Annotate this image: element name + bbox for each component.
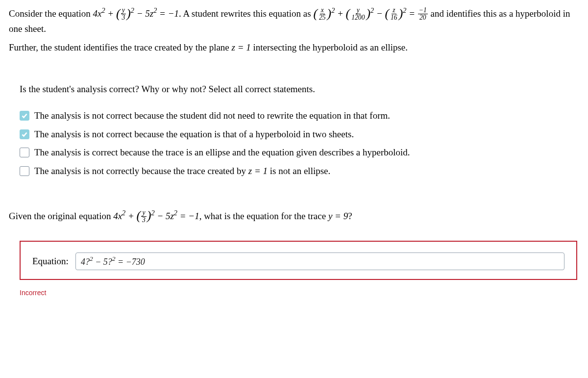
checkbox-icon[interactable]: [20, 148, 29, 157]
options-list: The analysis is not correct because the …: [20, 109, 579, 177]
input-value: 4?2 − 5?2 = −730: [81, 255, 145, 267]
text: , what is the equation for the trace: [199, 211, 328, 221]
plane-eq: z = 1: [232, 42, 251, 52]
text: Further, the student identifies the trac…: [9, 42, 232, 52]
checkbox-icon[interactable]: [20, 166, 29, 176]
text: Consider the equation: [9, 8, 93, 19]
checkmark-icon: [22, 131, 27, 137]
trace-cond: y = 9: [328, 211, 348, 221]
text: is not an ellipse.: [268, 166, 330, 176]
followup-question: Given the original equation 4x2 + (y3)2 …: [9, 208, 579, 225]
text: Given the original equation: [9, 211, 113, 221]
text: intersecting the hyperboloid as an ellip…: [253, 42, 408, 52]
question-text: Is the student's analysis correct? Why o…: [20, 82, 579, 97]
option-3[interactable]: The analysis is correct because the trac…: [20, 146, 579, 159]
option-label: The analysis is not correct because the …: [34, 109, 390, 123]
option-1[interactable]: The analysis is not correct because the …: [20, 109, 579, 123]
text: The analysis is not correctly because th…: [34, 166, 248, 176]
text: ?: [348, 211, 352, 221]
equation-input[interactable]: 4?2 − 5?2 = −730: [75, 252, 564, 270]
answer-label: Equation:: [32, 256, 69, 267]
checkmark-icon: [22, 113, 27, 119]
status-text: Incorrect: [20, 289, 579, 297]
problem-line-2: Further, the student identifies the trac…: [9, 41, 579, 55]
option-label: The analysis is not correct because the …: [34, 127, 354, 141]
option-label: The analysis is correct because the trac…: [34, 146, 410, 159]
equation-original-2: 4x2 + (y3)2 − 5z2 = −1: [113, 211, 199, 221]
checkbox-icon[interactable]: [20, 129, 29, 139]
answer-container: Equation: 4?2 − 5?2 = −730: [20, 241, 577, 280]
checkbox-icon[interactable]: [20, 111, 29, 121]
text: . A student rewrites this equation as: [179, 8, 313, 19]
option-2[interactable]: The analysis is not correct because the …: [20, 127, 579, 141]
option-4[interactable]: The analysis is not correctly because th…: [20, 164, 579, 178]
problem-line-1: Consider the equation 4x2 + (y3)2 − 5z2 …: [9, 6, 579, 36]
equation-rewritten: (x25)2 + (y1200)2 − (z16)2 = −120: [313, 8, 428, 19]
inline-eq: z = 1: [248, 166, 268, 176]
option-label: The analysis is not correctly because th…: [34, 164, 330, 178]
equation-original: 4x2 + (y3)2 − 5z2 = −1: [93, 8, 179, 19]
